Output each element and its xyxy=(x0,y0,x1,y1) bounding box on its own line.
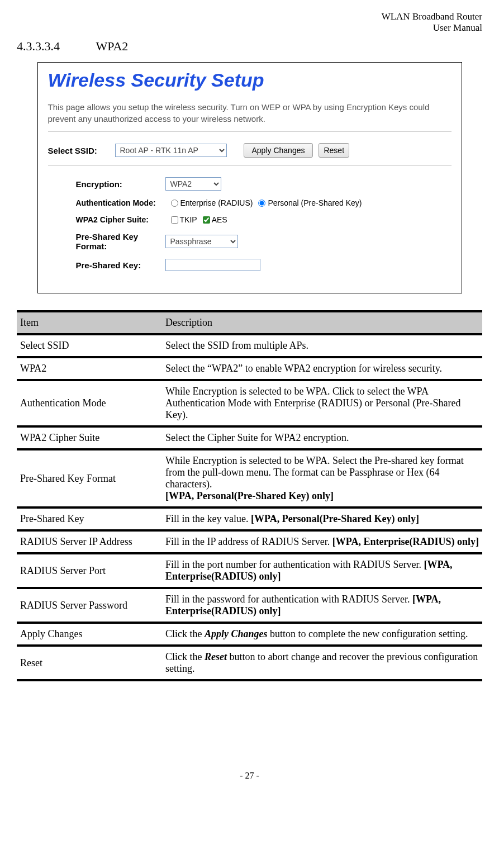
section-heading: 4.3.3.3.4 WPA2 xyxy=(17,39,482,54)
divider xyxy=(48,131,452,132)
table-row: RADIUS Server Password Fill in the passw… xyxy=(17,587,482,622)
cipher-aes-label: AES xyxy=(212,215,227,224)
psk-format-label: Pre-Shared Key Format: xyxy=(48,232,165,251)
select-ssid-row: Select SSID: Root AP - RTK 11n AP Apply … xyxy=(48,143,452,158)
auth-personal-label: Personal (Pre-Shared Key) xyxy=(268,198,362,207)
cipher-row: WPA2 Cipher Suite: TKIP AES xyxy=(48,215,452,224)
text: Fill in the IP address of RADIUS Server. xyxy=(165,536,332,547)
description-table: Item Description Select SSID Select the … xyxy=(17,310,482,681)
cipher-aes-checkbox[interactable] xyxy=(203,216,210,224)
encryption-dropdown[interactable]: WPA2 xyxy=(165,177,221,191)
psk-format-dropdown[interactable]: Passphrase xyxy=(165,235,238,248)
table-row: Reset Click the Reset button to abort ch… xyxy=(17,644,482,681)
psk-input[interactable] xyxy=(165,259,260,271)
cell-desc: Select the “WPA2” to enable WPA2 encrypt… xyxy=(162,356,482,379)
cell-item: RADIUS Server Password xyxy=(17,587,162,622)
cell-item: RADIUS Server Port xyxy=(17,552,162,587)
cell-item: WPA2 xyxy=(17,356,162,379)
cell-desc: Click the Apply Changes button to comple… xyxy=(162,622,482,644)
section-title: WPA2 xyxy=(96,39,129,54)
text: Fill in the key value. xyxy=(165,513,251,524)
cell-desc: Fill in the password for authentication … xyxy=(162,587,482,622)
text-italicbold: Reset xyxy=(205,651,227,662)
cell-item: Apply Changes xyxy=(17,622,162,644)
text: Click the xyxy=(165,651,205,662)
select-ssid-label: Select SSID: xyxy=(48,146,115,155)
cell-desc: Select the Cipher Suite for WPA2 encrypt… xyxy=(162,425,482,448)
table-row: WPA2 Select the “WPA2” to enable WPA2 en… xyxy=(17,356,482,379)
doc-header-line1: WLAN Broadband Router xyxy=(17,11,482,22)
text-italicbold: Apply Changes xyxy=(205,628,268,639)
cell-desc: Select the SSID from multiple APs. xyxy=(162,333,482,356)
cell-item: Pre-Shared Key Format xyxy=(17,448,162,506)
header-description: Description xyxy=(162,310,482,333)
table-row: Apply Changes Click the Apply Changes bu… xyxy=(17,622,482,644)
apply-changes-button[interactable]: Apply Changes xyxy=(244,143,313,158)
cell-item: Authentication Mode xyxy=(17,379,162,425)
table-row: WPA2 Cipher Suite Select the Cipher Suit… xyxy=(17,425,482,448)
encryption-label: Encryption: xyxy=(48,179,165,189)
table-row: Pre-Shared Key Format While Encryption i… xyxy=(17,448,482,506)
psk-row: Pre-Shared Key: xyxy=(48,259,452,271)
text: While Encryption is selected to be WPA. … xyxy=(165,455,464,490)
text-bold: [WPA, Enterprise(RADIUS) only] xyxy=(332,536,479,547)
text-bold: [WPA, Personal(Pre-Shared Key) only] xyxy=(165,490,334,501)
cell-desc: While Encryption is selected to be WPA. … xyxy=(162,448,482,506)
encryption-row: Encryption: WPA2 xyxy=(48,177,452,191)
table-row: Authentication Mode While Encryption is … xyxy=(17,379,482,425)
doc-header-line2: User Manual xyxy=(17,22,482,34)
cell-desc: Fill in the port number for authenticati… xyxy=(162,552,482,587)
cipher-tkip-label: TKIP xyxy=(180,215,197,224)
text-bold: [WPA, Personal(Pre-Shared Key) only] xyxy=(251,513,419,524)
panel-description: This page allows you setup the wireless … xyxy=(48,101,452,125)
cell-item: Reset xyxy=(17,644,162,681)
section-number: 4.3.3.3.4 xyxy=(17,39,60,54)
text: Click the xyxy=(165,628,205,639)
header-item: Item xyxy=(17,310,162,333)
cell-item: RADIUS Server IP Address xyxy=(17,529,162,552)
text: button to complete the new configuration… xyxy=(268,628,468,639)
cell-desc: Click the Reset button to abort change a… xyxy=(162,644,482,681)
table-row: RADIUS Server IP Address Fill in the IP … xyxy=(17,529,482,552)
auth-enterprise-radio[interactable] xyxy=(171,200,178,207)
cipher-tkip-checkbox[interactable] xyxy=(171,216,178,224)
table-row: Pre-Shared Key Fill in the key value. [W… xyxy=(17,506,482,529)
psk-format-row: Pre-Shared Key Format: Passphrase xyxy=(48,232,452,251)
screenshot-panel: Wireless Security Setup This page allows… xyxy=(37,62,462,293)
auth-personal-radio[interactable] xyxy=(258,200,265,207)
doc-header: WLAN Broadband Router User Manual xyxy=(17,11,482,34)
cell-desc: Fill in the key value. [WPA, Personal(Pr… xyxy=(162,506,482,529)
psk-label: Pre-Shared Key: xyxy=(48,260,165,270)
table-row: Select SSID Select the SSID from multipl… xyxy=(17,333,482,356)
divider xyxy=(48,165,452,166)
table-row: RADIUS Server Port Fill in the port numb… xyxy=(17,552,482,587)
auth-enterprise-label: Enterprise (RADIUS) xyxy=(180,198,253,207)
reset-button[interactable]: Reset xyxy=(319,143,349,158)
panel-title: Wireless Security Setup xyxy=(48,69,452,91)
auth-mode-row: Authentication Mode: Enterprise (RADIUS)… xyxy=(48,198,452,207)
cell-desc: While Encryption is selected to be WPA. … xyxy=(162,379,482,425)
cipher-label: WPA2 Cipher Suite: xyxy=(48,215,165,224)
text: Fill in the password for authentication … xyxy=(165,594,412,605)
select-ssid-dropdown[interactable]: Root AP - RTK 11n AP xyxy=(115,144,227,157)
cell-desc: Fill in the IP address of RADIUS Server.… xyxy=(162,529,482,552)
table-header-row: Item Description xyxy=(17,310,482,333)
text: Fill in the port number for authenticati… xyxy=(165,559,424,570)
cell-item: Select SSID xyxy=(17,333,162,356)
cell-item: Pre-Shared Key xyxy=(17,506,162,529)
auth-mode-label: Authentication Mode: xyxy=(48,198,165,207)
cell-item: WPA2 Cipher Suite xyxy=(17,425,162,448)
page-number: - 27 - xyxy=(17,771,482,781)
